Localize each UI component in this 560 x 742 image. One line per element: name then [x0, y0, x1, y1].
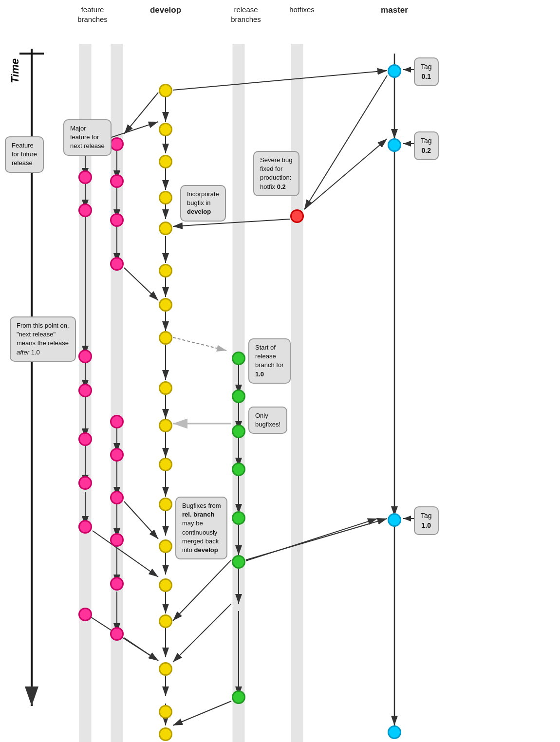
callout-bugfixes-merged: Bugfixes fromrel. branchmay becontinuous… — [175, 497, 227, 559]
feature2-node-6 — [110, 448, 124, 462]
feature2-node-7 — [110, 491, 124, 504]
callout-only-bugfixes: Onlybugfixes! — [248, 407, 287, 434]
tag-02-box: Tag0.2 — [414, 131, 439, 160]
feature2-node-1 — [110, 137, 124, 151]
svg-line-17 — [173, 337, 226, 351]
svg-line-36 — [93, 531, 158, 577]
feature2-node-4 — [110, 257, 124, 271]
develop-node-7 — [159, 298, 172, 312]
develop-node-5 — [159, 222, 172, 235]
feature1-node-8 — [78, 520, 92, 534]
hotfixes-header: hotfixes — [278, 5, 326, 15]
develop-node-1 — [159, 84, 172, 97]
svg-line-58 — [173, 604, 231, 662]
develop-node-17 — [159, 705, 172, 719]
callout-incorporate-bugfix: Incorporatebugfix indevelop — [180, 185, 226, 222]
develop-node-10 — [159, 419, 172, 432]
feature1-node-3 — [78, 204, 92, 217]
develop-node-15 — [159, 614, 172, 628]
svg-line-57 — [173, 560, 231, 621]
release-branches-header: releasebranches — [214, 5, 278, 24]
svg-line-62 — [304, 75, 387, 209]
develop-node-9 — [159, 381, 172, 395]
develop-node-13 — [159, 539, 172, 553]
release-node-3 — [232, 425, 245, 438]
master-node-02 — [388, 138, 401, 152]
feature-branches-header: featurebranches — [63, 5, 122, 24]
develop-node-12 — [159, 498, 172, 511]
feature2-node-10 — [110, 627, 124, 641]
callout-from-this-point: From this point on,"next release"means t… — [10, 316, 76, 362]
svg-line-44 — [124, 501, 158, 539]
svg-line-61 — [173, 701, 231, 725]
callout-feature-future: Featurefor futurerelease — [5, 136, 44, 173]
develop-node-2 — [159, 123, 172, 136]
callout-start-release: Start ofreleasebranch for1.0 — [248, 338, 291, 384]
feature2-node-5 — [110, 415, 124, 428]
feature1-node-6 — [78, 432, 92, 446]
tag-10-box: Tag1.0 — [414, 506, 439, 535]
svg-line-41 — [124, 268, 158, 300]
master-node-final — [388, 725, 401, 739]
develop-node-11 — [159, 458, 172, 471]
develop-node-14 — [159, 578, 172, 592]
hotfix-node — [290, 209, 304, 223]
svg-line-48 — [124, 638, 158, 661]
svg-line-59 — [246, 519, 377, 561]
tag-01-box: Tag0.1 — [414, 57, 439, 86]
master-node-10 — [388, 513, 401, 527]
develop-node-4 — [159, 191, 172, 204]
release-node-7 — [232, 690, 245, 704]
release-node-1 — [232, 352, 245, 365]
release-node-4 — [232, 463, 245, 476]
develop-header: develop — [146, 5, 185, 16]
feature1-node-2 — [78, 170, 92, 184]
callout-severe-bug: Severe bugfixed forproduction:hotfix 0.2 — [253, 151, 299, 196]
feature1-node-7 — [78, 476, 92, 490]
master-header: master — [375, 5, 414, 16]
svg-line-38 — [124, 93, 158, 134]
svg-line-69 — [246, 519, 387, 560]
feature2-node-3 — [110, 213, 124, 227]
feature1-node-4 — [78, 350, 92, 363]
time-label: Time — [9, 58, 21, 83]
feature1-node-5 — [78, 384, 92, 397]
feature2-node-8 — [110, 533, 124, 547]
master-node-01 — [388, 64, 401, 78]
feature2-node-2 — [110, 174, 124, 188]
feature1-node-9 — [78, 608, 92, 621]
feature2-node-9 — [110, 577, 124, 591]
develop-node-8 — [159, 331, 172, 345]
svg-line-63 — [304, 139, 387, 209]
develop-node-16 — [159, 662, 172, 676]
svg-line-68 — [173, 71, 387, 90]
develop-node-6 — [159, 264, 172, 278]
release-node-6 — [232, 555, 245, 569]
develop-node-3 — [159, 155, 172, 168]
callout-major-feature: Majorfeature fornext release — [63, 119, 112, 156]
release-node-5 — [232, 511, 245, 525]
develop-node-18 — [159, 727, 172, 741]
release-node-2 — [232, 390, 245, 403]
